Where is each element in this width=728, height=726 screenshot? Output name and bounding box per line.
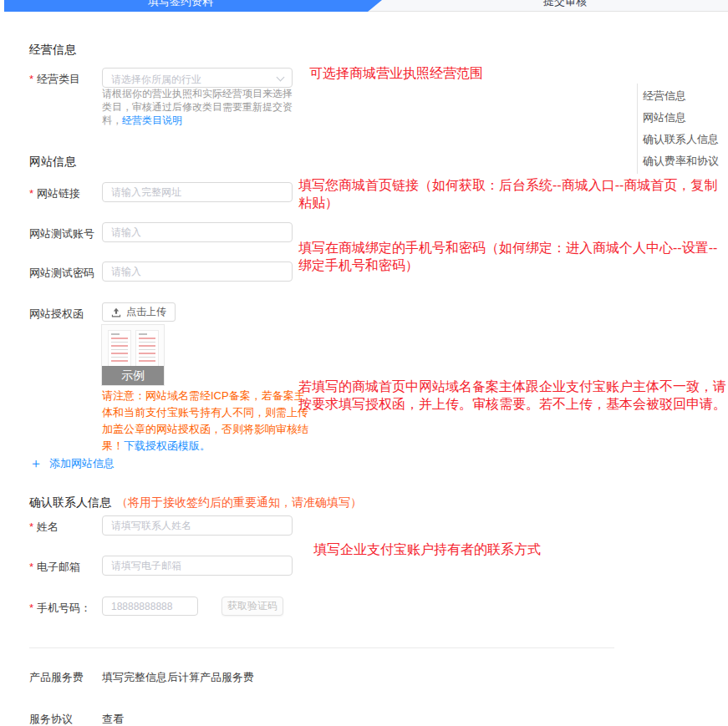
test-account-label: 网站测试账号 [29, 226, 94, 241]
auth-letter-annotation: 若填写的商城首页中网站域名备案主体跟企业支付宝账户主体不一致，请按要求填写授权函… [298, 378, 728, 413]
upload-icon [111, 307, 121, 317]
category-annotation: 可选择商城营业执照经营范围 [309, 64, 728, 82]
category-select-placeholder: 请选择你所属的行业 [111, 73, 201, 87]
auth-letter-label: 网站授权函 [29, 307, 84, 322]
website-link-input[interactable] [102, 182, 293, 202]
chevron-down-icon [277, 74, 285, 82]
email-input[interactable] [102, 556, 293, 576]
signing-form-page: 提交审核 填写签约资料 经营信息 网站信息 确认联系人信息 确认费率和协议 经营… [0, 0, 728, 726]
sample-doc-page [108, 330, 131, 367]
email-label: *电子邮箱 [29, 560, 80, 575]
tab-submit-review[interactable]: 提交审核 [368, 0, 728, 12]
tab-fill-info-label: 填写签约资料 [4, 0, 357, 9]
sample-thumbnail[interactable]: 示例 [101, 324, 165, 386]
name-input[interactable] [102, 515, 293, 536]
test-password-label: 网站测试密码 [29, 266, 94, 281]
section-title-contact: 确认联系人信息（将用于接收签约后的重要通知，请准确填写） [29, 495, 362, 510]
category-help-link[interactable]: 经营类目说明 [122, 114, 182, 126]
anchor-item-business[interactable]: 经营信息 [643, 85, 719, 107]
name-label: *姓名 [29, 520, 59, 535]
section-title-website: 网站信息 [29, 155, 76, 170]
tab-submit-review-label: 提交审核 [543, 0, 587, 9]
section-title-business: 经营信息 [29, 43, 76, 58]
upload-button-label: 点击上传 [126, 305, 166, 319]
anchor-nav: 经营信息 网站信息 确认联系人信息 确认费率和协议 [637, 84, 719, 174]
website-link-label: *网站链接 [29, 186, 80, 201]
website-link-annotation: 填写您商城首页链接（如何获取：后台系统--商城入口--商城首页，复制粘贴） [298, 176, 728, 211]
required-mark: * [29, 561, 33, 573]
required-mark: * [29, 73, 33, 85]
fee-label: 产品服务费 [29, 670, 84, 685]
contact-annotation: 填写企业支付宝账户持有者的联系方式 [313, 541, 728, 558]
step-tabbar: 提交审核 填写签约资料 [0, 0, 728, 12]
category-help: 请根据你的营业执照和实际经营项目来选择类目，审核通过后修改类目需要重新提交资料，… [102, 87, 297, 127]
upload-button[interactable]: 点击上传 [102, 302, 176, 322]
phone-label: *手机号码： [29, 601, 91, 616]
phone-input[interactable] [102, 597, 198, 616]
required-mark: * [29, 602, 33, 614]
plus-icon: ＋ [29, 458, 43, 470]
test-password-input[interactable] [102, 261, 293, 282]
anchor-item-contact[interactable]: 确认联系人信息 [643, 129, 719, 150]
test-account-annotation: 填写在商城绑定的手机号和密码（如何绑定：进入商城个人中心--设置--绑定手机号和… [298, 239, 728, 274]
category-select[interactable]: 请选择你所属的行业 [102, 68, 293, 88]
agreement-view-link[interactable]: 查看 [102, 712, 124, 726]
sample-doc-page [135, 330, 159, 367]
divider [29, 647, 614, 648]
sms-code-button[interactable]: 获取验证码 [221, 597, 283, 616]
tab-fill-info[interactable]: 填写签约资料 [4, 0, 382, 12]
anchor-item-website[interactable]: 网站信息 [643, 107, 719, 129]
fee-value: 填写完整信息后计算产品服务费 [102, 670, 254, 685]
anchor-item-rate-agreement[interactable]: 确认费率和协议 [643, 150, 719, 172]
add-site-link-label: 添加网站信息 [49, 456, 115, 471]
sample-badge: 示例 [102, 366, 164, 385]
download-template-link[interactable]: 下载授权函模版。 [124, 439, 211, 452]
required-mark: * [29, 187, 33, 200]
auth-warning: 请注意：网站域名需经ICP备案，若备案主体和当前支付宝账号持有人不同，则需上传加… [102, 388, 311, 454]
agreement-label: 服务协议 [29, 712, 73, 726]
contact-title-note: （将用于接收签约后的重要通知，请准确填写） [116, 495, 362, 509]
test-account-input[interactable] [102, 222, 293, 242]
required-mark: * [29, 520, 33, 533]
category-label: *经营类目 [29, 72, 80, 87]
add-site-link[interactable]: ＋ 添加网站信息 [29, 456, 115, 471]
